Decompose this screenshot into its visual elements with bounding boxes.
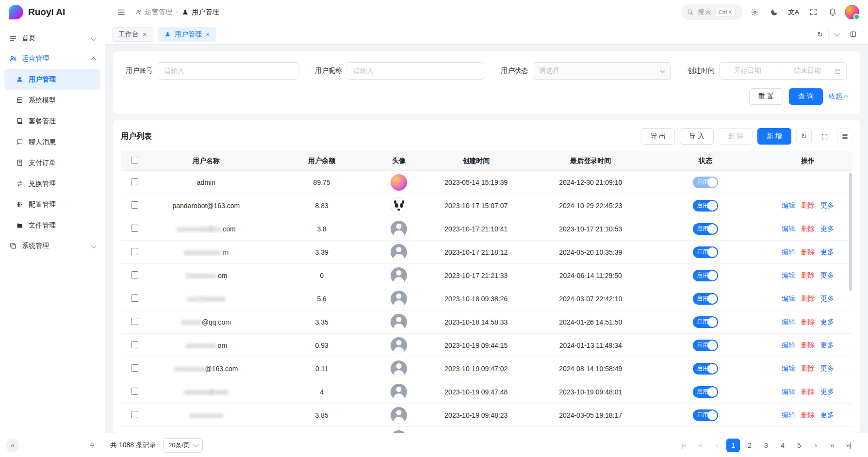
collapse-filter-link[interactable]: 收起 — [829, 92, 848, 101]
status-toggle[interactable]: 启用 — [693, 200, 718, 212]
dark-mode-moon-icon[interactable] — [767, 5, 782, 19]
edit-link[interactable]: 编辑 — [782, 225, 795, 233]
date-range-picker[interactable]: 开始日期 → 结束日期 — [720, 62, 847, 80]
row-checkbox[interactable] — [131, 364, 138, 372]
row-checkbox[interactable] — [131, 388, 138, 395]
hamburger-menu-icon[interactable] — [114, 5, 129, 19]
more-link[interactable]: 更多 — [820, 318, 834, 326]
translate-icon[interactable]: 文A — [786, 5, 801, 19]
delete-link[interactable]: 删除 — [801, 248, 815, 257]
settings-gear-icon[interactable] — [748, 5, 762, 19]
edit-link[interactable]: 编辑 — [782, 201, 795, 210]
page-number-button[interactable]: 1 — [726, 439, 740, 452]
row-checkbox[interactable] — [131, 248, 138, 255]
sidebar-item-system-management[interactable]: 系统管理 — [4, 236, 100, 256]
edit-link[interactable]: 编辑 — [782, 248, 795, 257]
logo[interactable]: Ruoyi AI — [0, 0, 105, 24]
edit-link[interactable]: 编辑 — [782, 271, 795, 280]
chevron-down-icon[interactable] — [828, 28, 845, 41]
status-toggle[interactable]: 启用 — [693, 340, 718, 351]
status-toggle[interactable]: 启用 — [693, 293, 718, 305]
edit-link[interactable]: 编辑 — [782, 341, 795, 350]
user-avatar[interactable] — [845, 5, 859, 19]
status-toggle[interactable]: 启用 — [693, 386, 718, 398]
pin-icon[interactable] — [87, 440, 98, 451]
edit-link[interactable]: 编辑 — [782, 388, 795, 396]
more-link[interactable]: 更多 — [820, 248, 834, 257]
status-toggle[interactable]: 启用 — [693, 409, 718, 421]
next-page-button[interactable]: › — [809, 439, 822, 452]
delete-link[interactable]: 删除 — [801, 225, 815, 233]
page-number-button[interactable]: 5 — [792, 439, 806, 452]
sidebar-item-operations[interactable]: 运营管理 — [4, 49, 100, 69]
sidebar-item-file-management[interactable]: 文件管理 — [4, 215, 100, 236]
select-all-checkbox[interactable] — [131, 157, 138, 164]
column-settings-icon[interactable] — [837, 129, 852, 144]
status-toggle[interactable]: 启用 — [693, 177, 718, 188]
row-checkbox[interactable] — [131, 411, 138, 418]
sidebar-item-user-management[interactable]: 用户管理 — [4, 69, 100, 90]
delete-button[interactable]: 删 除 — [719, 128, 753, 145]
delete-link[interactable]: 删除 — [801, 341, 815, 350]
more-link[interactable]: 更多 — [820, 271, 834, 280]
row-checkbox[interactable] — [131, 178, 138, 185]
page-number-button[interactable]: 3 — [759, 439, 773, 452]
add-button[interactable]: 新 增 — [757, 128, 791, 145]
tab-workbench[interactable]: 工作台 × — [112, 27, 153, 42]
fullscreen-icon[interactable] — [817, 129, 832, 144]
prev-5-pages-button[interactable]: « — [693, 439, 707, 452]
more-link[interactable]: 更多 — [820, 294, 834, 303]
table-scrollbar[interactable] — [849, 173, 852, 291]
row-checkbox[interactable] — [131, 271, 138, 278]
more-link[interactable]: 更多 — [820, 411, 834, 420]
nickname-input[interactable] — [347, 62, 484, 80]
sidebar-item-package-management[interactable]: 套餐管理 — [4, 111, 100, 131]
export-button[interactable]: 导 出 — [641, 128, 675, 145]
sidebar-item-config-management[interactable]: 配置管理 — [4, 194, 100, 215]
layout-panels-icon[interactable] — [845, 28, 861, 41]
tab-user-management[interactable]: 用户管理 × — [158, 27, 216, 42]
row-checkbox[interactable] — [131, 318, 138, 325]
more-link[interactable]: 更多 — [820, 364, 834, 373]
status-toggle[interactable]: 启用 — [693, 363, 718, 375]
refresh-icon[interactable]: ↻ — [796, 129, 812, 144]
sidebar-item-system-model[interactable]: 系统模型 — [4, 90, 100, 111]
more-link[interactable]: 更多 — [820, 201, 834, 210]
delete-link[interactable]: 删除 — [801, 388, 815, 396]
delete-link[interactable]: 删除 — [801, 294, 815, 303]
row-checkbox[interactable] — [131, 294, 138, 302]
last-page-button[interactable]: »| — [842, 439, 855, 452]
close-icon[interactable]: × — [206, 31, 210, 38]
delete-link[interactable]: 删除 — [801, 271, 815, 280]
query-button[interactable]: 查 询 — [789, 88, 823, 105]
edit-link[interactable]: 编辑 — [782, 294, 795, 303]
row-checkbox[interactable] — [131, 225, 138, 232]
collapse-sidebar-button[interactable]: « — [6, 439, 19, 452]
row-checkbox[interactable] — [131, 201, 138, 209]
close-icon[interactable]: × — [143, 31, 147, 38]
status-toggle[interactable]: 启用 — [693, 433, 718, 433]
edit-link[interactable]: 编辑 — [782, 411, 795, 420]
row-checkbox[interactable] — [131, 341, 138, 348]
search-input[interactable]: 搜索 Ctrl K — [681, 4, 743, 20]
sidebar-item-exchange-management[interactable]: 兑换管理 — [4, 173, 100, 194]
account-input[interactable] — [158, 62, 298, 80]
page-size-select[interactable]: 20条/页 — [163, 438, 203, 453]
more-link[interactable]: 更多 — [820, 388, 834, 396]
delete-link[interactable]: 删除 — [801, 411, 815, 420]
page-number-button[interactable]: 2 — [743, 439, 756, 452]
delete-link[interactable]: 删除 — [801, 364, 815, 373]
notifications-bell-icon[interactable] — [825, 5, 840, 19]
status-toggle[interactable]: 启用 — [693, 270, 718, 281]
sidebar-item-chat-messages[interactable]: 聊天消息 — [4, 131, 100, 152]
sidebar-item-payment-orders[interactable]: 支付订单 — [4, 152, 100, 173]
fullscreen-icon[interactable] — [806, 5, 820, 19]
breadcrumb-user-management[interactable]: 用户管理 — [182, 8, 219, 16]
status-select[interactable]: 请选择 — [533, 62, 671, 80]
breadcrumb-operations[interactable]: 运营管理 — [135, 8, 172, 16]
more-link[interactable]: 更多 — [820, 341, 834, 350]
page-number-button[interactable]: 4 — [776, 439, 789, 452]
delete-link[interactable]: 删除 — [801, 201, 815, 210]
status-toggle[interactable]: 启用 — [693, 223, 718, 235]
next-5-pages-button[interactable]: » — [825, 439, 839, 452]
